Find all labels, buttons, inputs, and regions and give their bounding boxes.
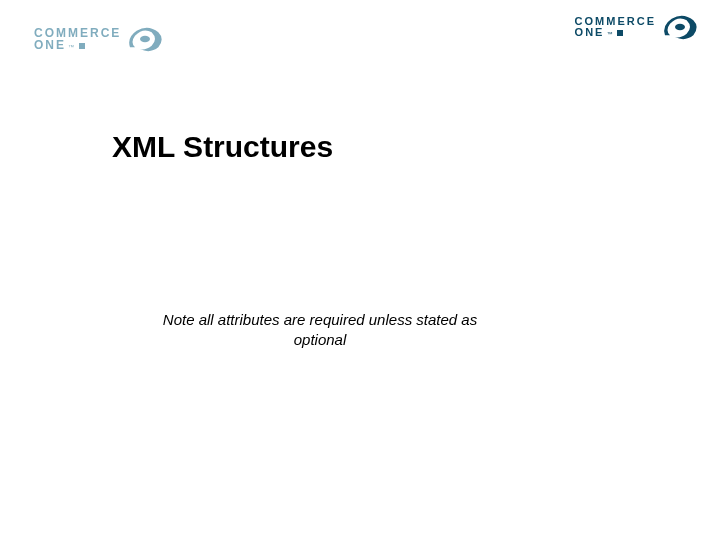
brand-line2: ONE xyxy=(575,27,605,38)
brand-line2: ONE xyxy=(34,39,66,51)
svg-point-1 xyxy=(675,24,685,31)
swirl-icon xyxy=(125,22,165,56)
brand-tm: ™ xyxy=(606,31,612,37)
brand-text: COMMERCE ONE ™ xyxy=(34,27,121,51)
brand-text: COMMERCE ONE ™ xyxy=(575,16,656,38)
svg-point-0 xyxy=(140,36,150,43)
brand-line2-wrap: ONE ™ xyxy=(575,27,656,38)
brand-line2-wrap: ONE ™ xyxy=(34,39,121,51)
slide-note: Note all attributes are required unless … xyxy=(160,310,480,349)
brand-logo-top-left: COMMERCE ONE ™ xyxy=(34,22,165,56)
slide-title: XML Structures xyxy=(112,130,333,164)
brand-dot xyxy=(79,43,85,49)
brand-logo-top-right: COMMERCE ONE ™ xyxy=(575,10,700,44)
brand-dot xyxy=(617,30,623,36)
brand-tm: ™ xyxy=(68,44,74,50)
swirl-icon xyxy=(660,10,700,44)
